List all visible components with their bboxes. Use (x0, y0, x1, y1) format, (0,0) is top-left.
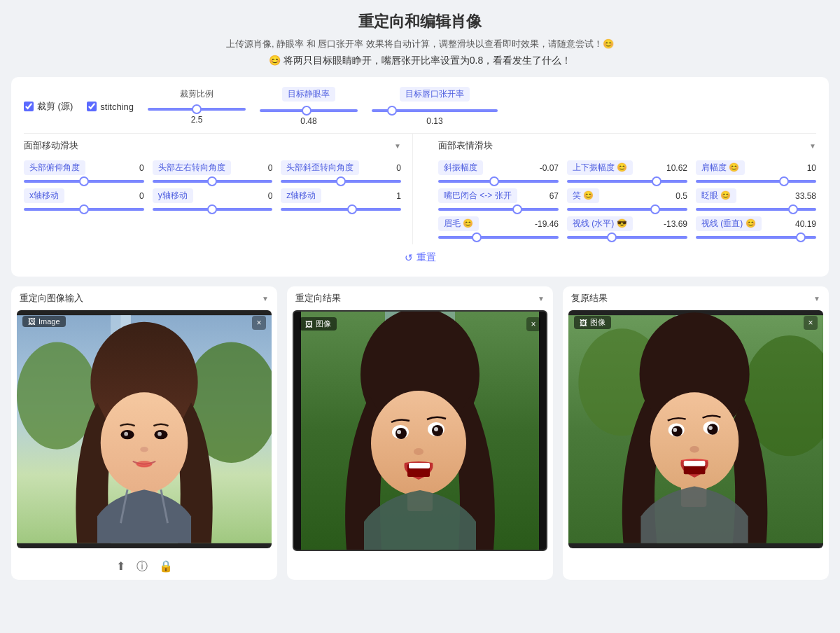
face-expression-sliders: 斜振幅度 -0.07 上下振幅度 😊 10.62 (438, 155, 816, 244)
head-yaw-value: 0 (268, 163, 273, 173)
head-pitch-slider[interactable] (24, 180, 144, 183)
svg-point-24 (397, 430, 401, 434)
input-portrait-svg (17, 310, 272, 548)
crop-ratio-group: 裁剪比例 2.5 (148, 88, 246, 125)
slider-z-move: z轴移动 1 (281, 188, 401, 211)
svg-point-12 (140, 447, 148, 452)
restore-portrait-svg (568, 310, 823, 548)
ud-amp-slider[interactable] (567, 180, 687, 183)
slider-eyebrow: 眉毛 😊 -19.46 (438, 216, 559, 239)
crop-ratio-label: 裁剪比例 (180, 88, 214, 100)
input-image-close[interactable]: × (252, 316, 266, 330)
image-badge-text: Image (38, 317, 60, 326)
ud-amp-value: 10.62 (666, 163, 687, 173)
restore-panel: 复原结果 ▼ 🖼 图像 × (563, 286, 829, 580)
face-motion-label: 面部移动滑块 (24, 139, 78, 152)
blink-value: 33.58 (795, 191, 816, 201)
sliders-two-col: 面部移动滑块 ▼ 头部俯仰角度 0 头部左右转向角度 (24, 134, 816, 244)
eye-rate-slider[interactable] (260, 109, 358, 112)
svg-point-38 (672, 426, 682, 436)
gaze-h-slider[interactable] (567, 236, 687, 239)
shoulder-amp-slider[interactable] (696, 180, 816, 183)
gaze-v-slider[interactable] (696, 236, 816, 239)
slider-tilt-amp: 斜振幅度 -0.07 (438, 160, 559, 183)
y-move-slider[interactable] (153, 208, 273, 211)
mouth-open-value: 67 (550, 191, 559, 201)
svg-point-22 (396, 428, 407, 439)
crop-ratio-value: 2.5 (191, 115, 203, 125)
slider-x-move: x轴移动 0 (24, 188, 144, 211)
restore-image-badge: 🖼 图像 (574, 316, 611, 329)
restore-panel-title: 复原结果 (571, 292, 608, 305)
crop-checkbox[interactable] (24, 102, 34, 111)
mouth-rate-slider[interactable] (372, 109, 498, 112)
slider-gaze-h: 视线 (水平) 😎 -13.69 (567, 216, 687, 239)
mouth-open-slider[interactable] (438, 208, 559, 211)
svg-point-40 (673, 428, 677, 432)
slider-smile: 笑 😊 0.5 (567, 188, 687, 211)
svg-point-26 (414, 448, 424, 455)
shoulder-amp-label: 肩幅度 😊 (696, 160, 745, 175)
smile-slider[interactable] (567, 208, 687, 211)
smile-value: 0.5 (676, 191, 687, 201)
input-panel-title: 重定向图像输入 (20, 292, 83, 305)
input-panel: 重定向图像输入 ▼ 🖼 Image × (11, 286, 277, 580)
gaze-h-value: -13.69 (664, 219, 687, 229)
stitching-checkbox-label[interactable]: stitching (87, 102, 134, 112)
result-portrait-svg (294, 312, 546, 550)
crop-checkbox-label[interactable]: 裁剪 (源) (24, 100, 73, 113)
result-image-close[interactable]: × (526, 317, 540, 331)
face-motion-header[interactable]: 面部移动滑块 ▼ (24, 134, 401, 155)
slider-y-move: y轴移动 0 (153, 188, 273, 211)
head-roll-slider[interactable] (281, 180, 401, 183)
info-icon[interactable]: ⓘ (136, 559, 148, 574)
z-move-slider[interactable] (281, 208, 401, 211)
eye-rate-group: 目标静眼率 0.48 (260, 87, 358, 126)
blink-label: 眨眼 😊 (696, 188, 736, 203)
svg-point-41 (708, 426, 713, 430)
face-expression-header[interactable]: 面部表情滑块 ▼ (438, 134, 816, 155)
crop-ratio-slider[interactable] (148, 108, 246, 111)
restore-badge-text: 图像 (590, 317, 606, 328)
eyebrow-slider[interactable] (438, 236, 559, 239)
face-expression-section: 面部表情滑块 ▼ 斜振幅度 -0.07 上下振幅度 😊 (427, 134, 816, 244)
result-badge-text: 图像 (316, 319, 331, 329)
head-yaw-slider[interactable] (153, 180, 273, 183)
eye-rate-value: 0.48 (300, 116, 316, 126)
shoulder-amp-value: 10 (807, 163, 816, 173)
tilt-amp-value: -0.07 (540, 163, 559, 173)
svg-point-10 (124, 432, 128, 436)
x-move-slider[interactable] (24, 208, 144, 211)
gaze-h-label: 视线 (水平) 😎 (567, 216, 633, 231)
svg-point-13 (136, 461, 153, 468)
svg-point-42 (690, 446, 699, 453)
mouth-open-label: 嘴巴闭合 <-> 张开 (438, 188, 517, 203)
input-panel-header: 重定向图像输入 ▼ (11, 286, 277, 310)
slider-head-yaw: 头部左右转向角度 0 (153, 160, 273, 183)
lock-icon[interactable]: 🔒 (159, 559, 173, 574)
restore-badge-icon: 🖼 (580, 319, 587, 327)
tilt-amp-slider[interactable] (438, 180, 559, 183)
image-badge-icon: 🖼 (28, 317, 36, 326)
z-move-value: 1 (396, 191, 401, 201)
slider-blink: 眨眼 😊 33.58 (696, 188, 816, 211)
blink-slider[interactable] (696, 208, 816, 211)
smile-label: 笑 😊 (567, 188, 599, 203)
head-pitch-label: 头部俯仰角度 (24, 160, 85, 175)
gaze-v-label: 视线 (垂直) 😊 (696, 216, 762, 231)
restore-image-close[interactable]: × (804, 316, 818, 330)
reset-label: 重置 (416, 251, 436, 264)
upload-icon[interactable]: ⬆ (116, 559, 125, 574)
restore-image-container: 🖼 图像 × (568, 310, 823, 548)
input-image-badge: 🖼 Image (22, 316, 66, 327)
head-yaw-label: 头部左右转向角度 (153, 160, 231, 175)
restore-panel-arrow: ▼ (813, 295, 820, 302)
result-image-container: 🖼 图像 × (293, 310, 547, 551)
svg-rect-44 (684, 461, 706, 466)
head-roll-label: 头部斜歪转向角度 (281, 160, 359, 175)
reset-button[interactable]: ↺ 重置 (405, 251, 436, 264)
images-section: 重定向图像输入 ▼ 🖼 Image × (11, 286, 829, 580)
y-move-value: 0 (268, 191, 273, 201)
result-image-badge: 🖼 图像 (300, 317, 337, 331)
stitching-checkbox[interactable] (87, 102, 97, 111)
